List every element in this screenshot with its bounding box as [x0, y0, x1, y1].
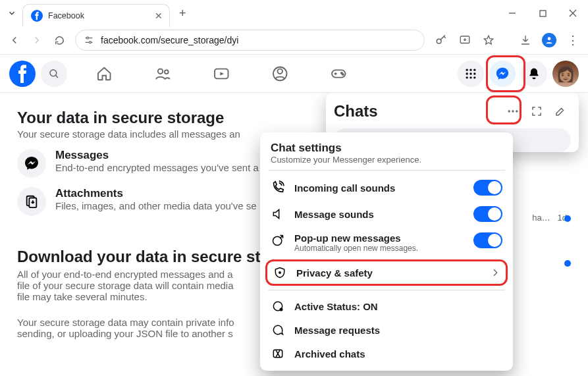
settings-title: Chat settings — [271, 142, 502, 155]
svg-point-23 — [466, 68, 468, 70]
new-tab-button[interactable]: + — [175, 7, 190, 20]
setting-message-requests[interactable]: Message requests — [271, 318, 502, 342]
facebook-logo-icon[interactable] — [9, 61, 36, 87]
window-close-button[interactable] — [558, 0, 588, 26]
svg-point-29 — [466, 76, 468, 78]
facebook-favicon-icon — [31, 10, 43, 22]
chevron-right-icon — [490, 267, 500, 278]
install-app-icon[interactable] — [455, 30, 475, 50]
row-title: Attachments — [55, 187, 257, 200]
svg-point-28 — [473, 72, 475, 74]
divider — [268, 170, 505, 171]
setting-label: Incoming call sounds — [294, 182, 464, 194]
downloads-icon[interactable] — [516, 30, 535, 50]
svg-point-35 — [512, 110, 514, 112]
row-desc: Files, images, and other media data you'… — [55, 200, 257, 211]
svg-point-11 — [548, 37, 551, 40]
setting-message-sounds[interactable]: Message sounds — [271, 201, 502, 227]
setting-label: Message requests — [294, 325, 502, 336]
svg-point-8 — [90, 41, 92, 43]
row-desc: End-to-end encrypted messages you've sen… — [55, 162, 259, 173]
svg-point-13 — [50, 70, 57, 76]
setting-privacy-safety[interactable]: Privacy & safety — [265, 259, 508, 286]
notifications-button[interactable] — [521, 61, 547, 87]
browser-forward-button — [28, 31, 46, 49]
svg-point-34 — [508, 110, 510, 112]
tab-title: Facebook — [48, 11, 84, 20]
window-maximize-button[interactable] — [527, 0, 558, 26]
url-text: facebook.com/secure_storage/dyi — [101, 35, 238, 45]
nav-home[interactable] — [76, 55, 132, 92]
messenger-button[interactable] — [489, 61, 516, 87]
chat-settings-popover: Chat settings Customize your Messenger e… — [260, 132, 513, 371]
svg-point-18 — [278, 68, 282, 73]
nav-friends[interactable] — [135, 55, 191, 92]
unread-dot-icon — [564, 215, 571, 222]
svg-point-24 — [469, 68, 471, 70]
svg-point-30 — [469, 76, 471, 78]
search-button[interactable] — [41, 61, 67, 87]
svg-point-15 — [158, 68, 163, 73]
phone-icon — [271, 180, 285, 195]
chats-expand-button[interactable] — [526, 101, 547, 122]
svg-point-31 — [473, 76, 475, 78]
browser-reload-button[interactable] — [50, 31, 68, 49]
setting-label: Pop-up new messages — [294, 232, 464, 244]
svg-point-38 — [279, 272, 281, 273]
svg-point-36 — [516, 110, 518, 112]
password-key-icon[interactable] — [431, 30, 451, 50]
window-minimize-button[interactable] — [497, 0, 527, 26]
shield-icon — [273, 266, 287, 279]
svg-point-7 — [87, 37, 89, 39]
chats-options-button[interactable] — [502, 101, 523, 122]
chats-compose-button[interactable] — [550, 101, 571, 122]
setting-label: Message sounds — [294, 209, 464, 220]
svg-point-26 — [466, 72, 468, 74]
archive-icon — [271, 347, 285, 360]
nav-marketplace[interactable] — [252, 55, 308, 92]
chrome-menu-button[interactable]: ⋮ — [563, 30, 583, 50]
setting-label: Privacy & safety — [296, 267, 481, 279]
setting-active-status[interactable]: Active Status: ON — [271, 294, 502, 318]
unread-dot-icon — [564, 260, 571, 267]
row-title: Messages — [55, 149, 259, 162]
toggle-on[interactable] — [473, 232, 502, 248]
status-ring-icon — [271, 300, 285, 313]
thread-preview-tail: ha… — [532, 213, 550, 223]
setting-label: Archived chats — [294, 348, 502, 360]
setting-popup-new-messages[interactable]: Pop-up new messages Automatically open n… — [271, 227, 502, 258]
chrome-profile-button[interactable] — [539, 30, 559, 50]
site-settings-icon[interactable] — [84, 35, 94, 45]
bookmark-star-icon[interactable] — [479, 30, 498, 50]
setting-incoming-call-sounds[interactable]: Incoming call sounds — [271, 175, 502, 201]
toggle-on[interactable] — [473, 206, 502, 222]
svg-point-22 — [342, 73, 344, 74]
toggle-on[interactable] — [473, 180, 502, 196]
settings-subtitle: Customize your Messenger experience. — [271, 155, 502, 165]
popup-icon — [271, 234, 285, 247]
menu-grid-button[interactable] — [458, 61, 484, 87]
chats-title: Chats — [334, 102, 500, 121]
nav-video[interactable] — [194, 55, 250, 92]
divider — [268, 290, 505, 290]
svg-point-16 — [165, 70, 169, 74]
setting-archived-chats[interactable]: Archived chats — [271, 342, 502, 365]
attachments-row-icon — [17, 187, 46, 216]
address-bar[interactable]: facebook.com/secure_storage/dyi — [75, 30, 425, 51]
chats-panel: Chats ha… 1d Chat settings Customize you… — [326, 93, 579, 152]
close-tab-icon[interactable]: ✕ — [155, 11, 163, 21]
browser-back-button[interactable] — [5, 31, 24, 49]
svg-rect-2 — [540, 11, 546, 16]
browser-tab[interactable]: Facebook ✕ — [22, 4, 170, 27]
svg-point-40 — [280, 308, 283, 311]
svg-point-27 — [469, 72, 471, 74]
messenger-row-icon — [17, 149, 46, 178]
setting-label: Active Status: ON — [294, 301, 502, 312]
speaker-icon — [271, 207, 285, 221]
svg-point-9 — [437, 39, 441, 43]
tab-list-chevron-icon[interactable] — [4, 9, 20, 18]
account-avatar[interactable]: 👩🏽 — [552, 61, 579, 87]
setting-desc: Automatically open new messages. — [294, 244, 464, 253]
nav-gaming[interactable] — [311, 55, 367, 92]
svg-line-14 — [55, 75, 58, 78]
